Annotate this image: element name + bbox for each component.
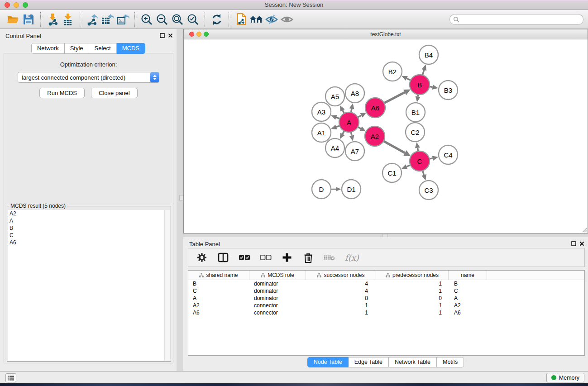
column-header-successor-nodes[interactable]: successor nodes [306, 271, 376, 280]
function-builder-button[interactable]: f(x) [345, 252, 359, 263]
result-list-item[interactable]: B [8, 224, 170, 232]
zoom-selected-button[interactable] [185, 12, 201, 27]
table-row[interactable]: Adominator80A [188, 295, 584, 302]
table-row[interactable]: Bdominator41B [188, 280, 584, 287]
node-label-C2: C2 [411, 129, 419, 136]
table-cell: 4 [306, 287, 376, 295]
hierarchy-icon [199, 273, 204, 277]
edge-arrowhead [349, 103, 354, 109]
table-cell: 1 [306, 302, 376, 309]
run-mcds-button[interactable]: Run MCDS [39, 88, 85, 98]
close-panel-icon[interactable] [168, 33, 173, 38]
network-canvas[interactable]: B4B2BB3A8A5A6A3B1AA1C2A2A4A7C4CC1DD1C3 [184, 39, 588, 233]
search-input[interactable] [461, 15, 583, 24]
tab-edge-table[interactable]: Edge Table [349, 357, 389, 367]
zoom-fit-button[interactable] [170, 12, 185, 27]
tab-motifs[interactable]: Motifs [437, 357, 464, 367]
refresh-button[interactable] [209, 12, 225, 27]
column-visibility-button[interactable] [217, 252, 229, 263]
edge-A2-C[interactable] [382, 141, 405, 153]
table-cell: dominator [249, 295, 306, 302]
edge-arrowhead [349, 135, 354, 141]
network-graph[interactable]: B4B2BB3A8A5A6A3B1AA1C2A2A4A7C4CC1DD1C3 [184, 39, 588, 233]
column-header-name[interactable]: name [449, 271, 487, 280]
memory-button[interactable]: Memory [546, 373, 584, 382]
export-network-button[interactable] [84, 12, 100, 27]
table-options-button[interactable] [196, 252, 208, 263]
hierarchy-icon [386, 273, 390, 277]
table-cell: 1 [376, 302, 449, 309]
float-panel-icon[interactable] [160, 33, 165, 38]
result-scrollbar[interactable] [164, 210, 170, 361]
node-label-A2: A2 [371, 133, 379, 140]
network-window-title: testGlobe.txt [184, 31, 588, 38]
table-cell: B [449, 280, 487, 287]
open-file-button[interactable] [5, 12, 21, 27]
table-cell: 1 [376, 280, 449, 287]
node-label-B1: B1 [411, 109, 420, 116]
table-toolbar: f(x) [188, 248, 585, 267]
tab-style[interactable]: Style [65, 43, 89, 54]
show-all-button[interactable] [279, 12, 295, 27]
network-window-titlebar[interactable]: testGlobe.txt [184, 29, 588, 39]
zoom-fit-icon [171, 13, 184, 26]
toolbar-separator [229, 12, 229, 27]
toolbar-separator [205, 12, 205, 27]
delete-columns-button[interactable] [302, 252, 314, 263]
network-from-selection-button[interactable] [233, 12, 249, 27]
node-label-A4: A4 [331, 144, 339, 152]
delete-table-icon [324, 254, 335, 261]
result-list-item[interactable]: A [8, 217, 170, 224]
node-label-A5: A5 [331, 93, 339, 100]
import-table-button[interactable] [60, 12, 76, 27]
optimization-criterion-label: Optimization criterion: [4, 61, 173, 68]
first-neighbors-button[interactable] [249, 12, 264, 27]
float-panel-icon[interactable] [571, 241, 576, 246]
delete-table-button[interactable] [324, 252, 335, 263]
optimization-criterion-select[interactable]: largest connected component (directed) [18, 72, 159, 83]
zoom-in-button[interactable] [139, 12, 154, 27]
tab-mcds[interactable]: MCDS [117, 43, 145, 54]
table-row[interactable]: A2connector11A2 [188, 302, 584, 309]
horizontal-splitter-grip[interactable] [382, 234, 388, 237]
result-list-item[interactable]: A2 [8, 210, 170, 217]
column-header-predecessor-nodes[interactable]: predecessor nodes [376, 271, 449, 280]
hide-selected-button[interactable] [264, 12, 279, 27]
deselect-all-rows-button[interactable] [260, 252, 272, 263]
result-list-item[interactable]: C [8, 232, 170, 239]
tab-network-table[interactable]: Network Table [389, 357, 437, 367]
tab-select[interactable]: Select [89, 43, 117, 54]
edge-arrowhead [331, 115, 337, 119]
tab-network[interactable]: Network [31, 43, 65, 54]
export-image-button[interactable] [115, 12, 130, 27]
two-houses-icon [249, 14, 263, 25]
tab-node-table[interactable]: Node Table [307, 357, 349, 367]
table-cell: 8 [306, 295, 376, 302]
table-row[interactable]: Cdominator41C [188, 287, 584, 295]
show-panels-button[interactable] [5, 373, 16, 382]
export-image-icon [116, 13, 129, 26]
import-network-button[interactable] [45, 12, 60, 27]
resize-grip-icon[interactable] [581, 226, 587, 233]
save-floppy-icon [23, 14, 34, 25]
table-cell: A [449, 295, 487, 302]
node-label-B4: B4 [425, 51, 433, 59]
toolbar-search[interactable] [449, 14, 583, 25]
app-titlebar: Session: New Session [0, 0, 588, 10]
table-row[interactable]: A6connector11A6 [188, 309, 584, 316]
close-panel-button[interactable]: Close panel [91, 88, 138, 98]
save-session-button[interactable] [21, 12, 36, 27]
column-header-shared-name[interactable]: shared name [188, 271, 249, 280]
edge-A6-B[interactable] [383, 92, 405, 104]
vertical-splitter-grip[interactable] [179, 195, 183, 200]
select-all-rows-button[interactable] [239, 252, 250, 263]
export-table-button[interactable] [100, 12, 115, 27]
search-icon [453, 16, 459, 23]
add-column-button[interactable] [281, 252, 293, 263]
toolbar-separator [80, 12, 80, 27]
column-header-MCDS-role[interactable]: MCDS role [249, 271, 306, 280]
zoom-out-button[interactable] [154, 12, 170, 27]
list-icon [8, 375, 14, 381]
close-panel-icon[interactable] [579, 241, 584, 246]
result-list-item[interactable]: A6 [8, 239, 170, 246]
